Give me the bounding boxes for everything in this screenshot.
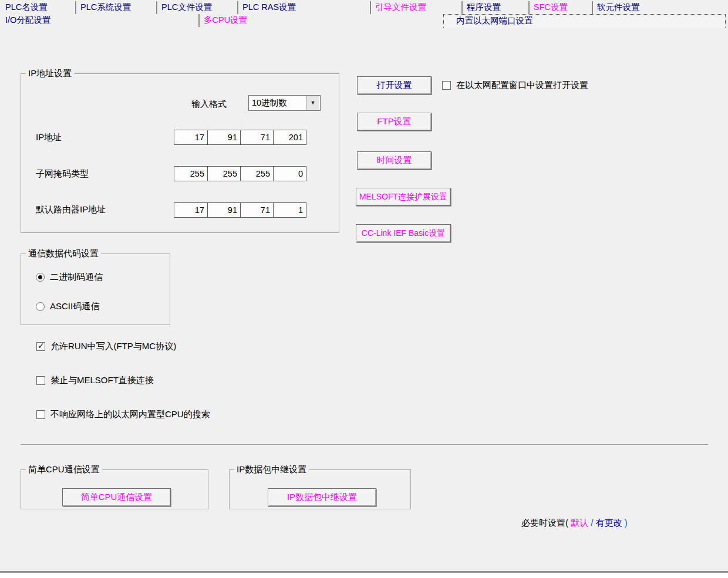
tab-builtin-ethernet-active[interactable]: 内置以太网端口设置 — [443, 14, 726, 28]
melsoft-connection-button[interactable]: MELSOFT连接扩展设置 — [356, 188, 451, 206]
subnet-mask-octet-4[interactable]: 0 — [273, 167, 306, 181]
tab-row-2: I/O分配设置 多CPU设置 内置以太网端口设置 — [2, 14, 726, 27]
no-response-search-checkbox[interactable]: 不响应网络上的以太网内置型CPU的搜索 — [36, 409, 210, 420]
ftp-setting-button[interactable]: FTP设置 — [357, 113, 432, 131]
footer-legend: 必要时设置( 默认 / 有更改 ) — [521, 518, 628, 529]
disable-melsoft-direct-label: 禁止与MELSOFT直接连接 — [50, 375, 154, 386]
tab-io-assignment[interactable]: I/O分配设置 — [2, 14, 198, 27]
ip-group-title: IP地址设置 — [26, 68, 74, 79]
checkbox-icon[interactable] — [442, 81, 451, 90]
ip-packet-relay-group: IP数据包中继设置 IP数据包中继设置 — [229, 469, 411, 509]
tab-device[interactable]: 软元件设置 — [592, 1, 726, 14]
subnet-mask-label: 子网掩码类型 — [36, 168, 89, 180]
comm-data-code-title: 通信数据代码设置 — [26, 248, 101, 259]
tab-sfc[interactable]: SFC设置 — [528, 1, 592, 14]
simple-cpu-comm-title: 简单CPU通信设置 — [26, 464, 102, 475]
default-router-label: 默认路由器IP地址 — [36, 204, 106, 215]
default-router-field: 17 91 71 1 — [174, 202, 306, 218]
section-divider — [21, 444, 708, 445]
footer-default-word: 默认 — [571, 518, 588, 528]
footer-changed-word: 有更改 — [596, 518, 622, 528]
binary-comm-label: 二进制码通信 — [50, 272, 103, 283]
tab-plc-system[interactable]: PLC系统设置 — [75, 1, 156, 14]
default-router-octet-2[interactable]: 91 — [207, 203, 240, 217]
simple-cpu-comm-group: 简单CPU通信设置 简单CPU通信设置 — [21, 469, 208, 509]
enable-run-write-label: 允许RUN中写入(FTP与MC协议) — [50, 341, 176, 352]
tab-boot-file[interactable]: 引导文件设置 — [370, 1, 461, 14]
subnet-mask-octet-3[interactable]: 255 — [240, 167, 273, 181]
ip-address-field: 17 91 71 201 — [174, 130, 306, 145]
simple-cpu-comm-button[interactable]: 简单CPU通信设置 — [62, 488, 171, 506]
input-format-value: 10进制数 — [252, 96, 287, 110]
default-router-octet-4[interactable]: 1 — [273, 203, 306, 217]
radio-selected-icon[interactable] — [36, 273, 45, 282]
checkbox-icon[interactable] — [36, 376, 45, 385]
ascii-comm-radio[interactable]: ASCII码通信 — [36, 301, 99, 312]
tab-plc-file[interactable]: PLC文件设置 — [156, 1, 237, 14]
footer-slash-glyph: / — [591, 518, 593, 528]
disable-melsoft-direct-checkbox[interactable]: 禁止与MELSOFT直接连接 — [36, 375, 154, 386]
enable-run-write-checkbox[interactable]: 允许RUN中写入(FTP与MC协议) — [36, 341, 176, 352]
subnet-mask-octet-2[interactable]: 255 — [207, 167, 240, 181]
radio-icon[interactable] — [36, 302, 45, 311]
ip-address-octet-4[interactable]: 201 — [273, 130, 306, 144]
ip-address-octet-2[interactable]: 91 — [207, 130, 240, 144]
plc-parameter-dialog: PLC名设置 PLC系统设置 PLC文件设置 PLC RAS设置 引导文件设置 … — [0, 0, 728, 571]
ip-address-settings-group: IP地址设置 输入格式 10进制数 ▼ IP地址 17 91 71 201 子网… — [21, 73, 339, 233]
ip-address-octet-3[interactable]: 71 — [240, 130, 273, 144]
ip-packet-relay-button[interactable]: IP数据包中继设置 — [268, 488, 376, 506]
default-router-octet-1[interactable]: 17 — [174, 203, 207, 217]
checkbox-icon[interactable] — [36, 410, 45, 419]
footer-suffix: ) — [625, 518, 628, 528]
tab-plc-name[interactable]: PLC名设置 — [2, 1, 75, 14]
footer-prefix: 必要时设置( — [521, 518, 568, 528]
open-setting-button[interactable]: 打开设置 — [357, 76, 432, 94]
input-format-label: 输入格式 — [191, 99, 227, 110]
binary-comm-radio[interactable]: 二进制码通信 — [36, 272, 103, 283]
chevron-down-icon[interactable]: ▼ — [306, 96, 319, 110]
cclink-ief-basic-button[interactable]: CC-Link IEF Basic设置 — [356, 224, 451, 242]
comm-data-code-group: 通信数据代码设置 二进制码通信 ASCII码通信 — [21, 253, 170, 325]
checkbox-checked-icon[interactable] — [36, 342, 45, 351]
ascii-comm-label: ASCII码通信 — [50, 301, 99, 312]
subnet-mask-octet-1[interactable]: 255 — [174, 167, 207, 181]
ip-packet-relay-title: IP数据包中继设置 — [234, 464, 309, 475]
no-response-search-label: 不响应网络上的以太网内置型CPU的搜索 — [50, 409, 210, 420]
ethernet-config-window-checkbox[interactable]: 在以太网配置窗口中设置打开设置 — [442, 80, 588, 91]
tab-program[interactable]: 程序设置 — [461, 1, 528, 14]
ip-address-label: IP地址 — [36, 132, 62, 143]
dialog-bottom-edge — [0, 571, 728, 573]
tab-row-1: PLC名设置 PLC系统设置 PLC文件设置 PLC RAS设置 引导文件设置 … — [2, 1, 726, 14]
tab-multi-cpu[interactable]: 多CPU设置 — [198, 14, 443, 27]
subnet-mask-field: 255 255 255 0 — [174, 166, 306, 181]
tab-plc-ras[interactable]: PLC RAS设置 — [237, 1, 370, 14]
time-setting-button[interactable]: 时间设置 — [357, 151, 432, 170]
ethernet-config-window-label: 在以太网配置窗口中设置打开设置 — [456, 80, 588, 91]
ip-address-octet-1[interactable]: 17 — [174, 130, 207, 144]
input-format-select[interactable]: 10进制数 ▼ — [248, 95, 321, 111]
default-router-octet-3[interactable]: 71 — [240, 203, 273, 217]
